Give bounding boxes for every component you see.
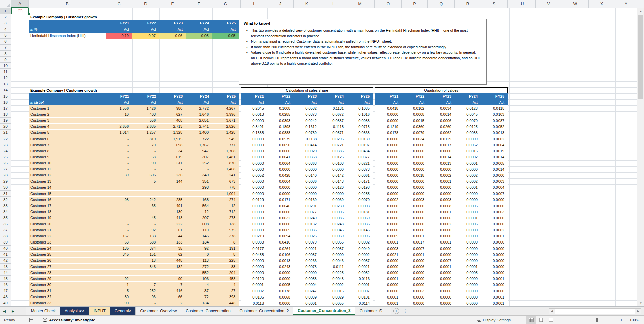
quad-value-cell[interactable]: 0.0000 (375, 288, 402, 294)
quad-value-cell[interactable]: 0.0000 (481, 282, 508, 288)
quad-value-cell[interactable]: 0.0000 (402, 258, 428, 264)
page-layout-view-button[interactable] (536, 316, 546, 324)
keur-value-cell[interactable]: 138 (212, 221, 239, 227)
quad-value-cell[interactable]: 0.0008 (428, 203, 455, 209)
share-value-cell[interactable]: 0.0295 (320, 136, 347, 142)
keur-value-cell[interactable]: 151 (132, 252, 159, 258)
keur-value-cell[interactable]: 65 (132, 203, 159, 209)
customer-name-cell[interactable]: Customer 13 (29, 178, 106, 184)
share-value-cell[interactable]: 0.0004 (294, 282, 320, 288)
share-value-cell[interactable]: 0.0013 (267, 258, 294, 264)
share-value-cell[interactable]: 0.0000 (241, 148, 267, 154)
share-value-cell[interactable]: 0.0393 (267, 118, 294, 124)
keur-value-cell[interactable]: - (106, 221, 132, 227)
quad-value-cell[interactable]: 0.0000 (455, 233, 481, 239)
keur-value-cell[interactable]: 778 (212, 184, 239, 191)
share-value-cell[interactable]: 0.0116 (347, 276, 373, 282)
share-value-cell[interactable]: 0.1085 (347, 105, 373, 111)
keur-value-cell[interactable]: 63 (106, 239, 132, 245)
keur-value-cell[interactable]: 819 (132, 136, 159, 142)
quad-value-cell[interactable]: 0.0000 (481, 215, 508, 221)
quad-value-cell[interactable]: 0.0000 (481, 270, 508, 276)
share-value-cell[interactable]: 0.0291 (294, 203, 320, 209)
quad-value-cell[interactable]: 0.0000 (455, 209, 481, 215)
quad-value-cell[interactable]: 0.0000 (375, 184, 402, 191)
keur-value-cell[interactable]: - (106, 270, 132, 276)
quad-act-header[interactable]: Act (428, 99, 455, 105)
share-value-cell[interactable]: 0.0198 (347, 184, 373, 191)
keur-value-cell[interactable]: - (132, 184, 159, 191)
quad-year-header[interactable]: FY24 (455, 93, 481, 99)
quad-value-cell[interactable]: 0.0000 (428, 191, 455, 197)
share-value-cell[interactable]: 0.0373 (294, 111, 320, 117)
accessibility-status[interactable]: Accessibility: Investigate (43, 318, 95, 322)
keur-value-cell[interactable]: - (132, 221, 159, 227)
share-value-cell[interactable]: 0.0000 (320, 252, 347, 258)
quad-value-cell[interactable]: 0.0008 (402, 111, 428, 117)
col-header-X[interactable]: X (589, 0, 615, 8)
share-value-cell[interactable]: 0.0219 (241, 233, 267, 239)
row-header-40[interactable]: 40 (0, 246, 11, 252)
quad-value-cell[interactable]: 0.0002 (455, 172, 481, 178)
keur-value-cell[interactable]: 168 (186, 197, 212, 203)
keur-value-cell[interactable]: 106 (186, 276, 212, 282)
row-header-44[interactable]: 44 (0, 270, 11, 276)
quad-value-cell[interactable]: 0.0000 (455, 239, 481, 245)
keur-value-cell[interactable]: 2,713 (159, 124, 186, 130)
share-value-cell[interactable]: 0.0139 (347, 136, 373, 142)
keur-value-cell[interactable]: 403 (132, 111, 159, 117)
share-value-cell[interactable]: 0.0377 (347, 154, 373, 160)
keur-value-cell[interactable]: - (132, 191, 159, 197)
quad-value-cell[interactable]: 0.0014 (428, 111, 455, 117)
share-value-cell[interactable]: 0.0052 (347, 270, 373, 276)
row-header-36[interactable]: 36 (0, 221, 11, 227)
row-header-38[interactable]: 38 (0, 233, 11, 239)
quad-value-cell[interactable]: 0.0000 (375, 118, 402, 124)
col-header-F[interactable]: F (186, 0, 212, 8)
col-header-W[interactable]: W (562, 0, 589, 8)
row-header-33[interactable]: 33 (0, 203, 11, 209)
keur-value-cell[interactable]: 1 (106, 282, 132, 288)
share-value-cell[interactable]: 0.0094 (267, 233, 294, 239)
keur-value-cell[interactable]: 134 (186, 300, 212, 306)
row-header-34[interactable]: 34 (0, 209, 11, 215)
keur-act-header[interactable]: Act (212, 99, 239, 105)
quad-value-cell[interactable]: 0.0005 (481, 160, 508, 166)
share-year-header[interactable]: FY23 (294, 93, 320, 99)
col-header-A[interactable]: A (11, 0, 29, 8)
col-header-U[interactable]: U (509, 0, 536, 8)
quad-value-cell[interactable]: 0.0000 (428, 166, 455, 172)
quad-value-cell[interactable]: 0.0002 (481, 136, 508, 142)
share-value-cell[interactable]: 0.0386 (320, 148, 347, 154)
quad-value-cell[interactable]: 0.0000 (428, 184, 455, 191)
row-header-29[interactable]: 29 (0, 178, 11, 184)
quad-act-header[interactable]: Act (375, 99, 402, 105)
keur-year-header[interactable]: FY21 (106, 93, 132, 99)
customer-name-cell[interactable]: Customer 7 (29, 142, 106, 148)
customer-name-cell[interactable]: Customer 19 (29, 215, 106, 221)
keur-value-cell[interactable]: 611 (159, 160, 186, 166)
keur-value-cell[interactable]: 130 (159, 209, 186, 215)
share-value-cell[interactable]: 0.0064 (267, 160, 294, 166)
sheet-tab-Analysis>>[interactable]: Analysis>> (60, 307, 89, 315)
keur-value-cell[interactable]: 90 (132, 160, 159, 166)
share-value-cell[interactable]: 0.0582 (294, 105, 320, 111)
keur-value-cell[interactable]: 2,772 (186, 105, 212, 111)
keur-value-cell[interactable]: 12 (186, 209, 212, 215)
keur-value-cell[interactable]: 343 (132, 264, 159, 270)
keur-value-cell[interactable]: 167 (106, 233, 132, 239)
keur-value-cell[interactable]: 619 (159, 154, 186, 160)
keur-value-cell[interactable]: 416 (159, 288, 186, 294)
keur-value-cell[interactable]: 722 (186, 136, 212, 142)
sheet-tab-INPUT[interactable]: INPUT (89, 307, 110, 315)
share-value-cell[interactable]: 0.0453 (241, 252, 267, 258)
keur-value-cell[interactable]: 293 (186, 184, 212, 191)
share-value-cell[interactable]: 0.0021 (347, 264, 373, 270)
hhi-value-cell[interactable]: 0.19 (106, 33, 132, 39)
keur-value-cell[interactable]: 252 (186, 160, 212, 166)
vertical-scroll-thumb[interactable] (638, 15, 643, 99)
row-header-2[interactable]: 2 (0, 14, 11, 20)
sheet-tab-Customer_Overview[interactable]: Customer_Overview (136, 307, 181, 315)
share-value-cell[interactable]: 0.0037 (294, 252, 320, 258)
keur-value-cell[interactable]: - (106, 136, 132, 142)
